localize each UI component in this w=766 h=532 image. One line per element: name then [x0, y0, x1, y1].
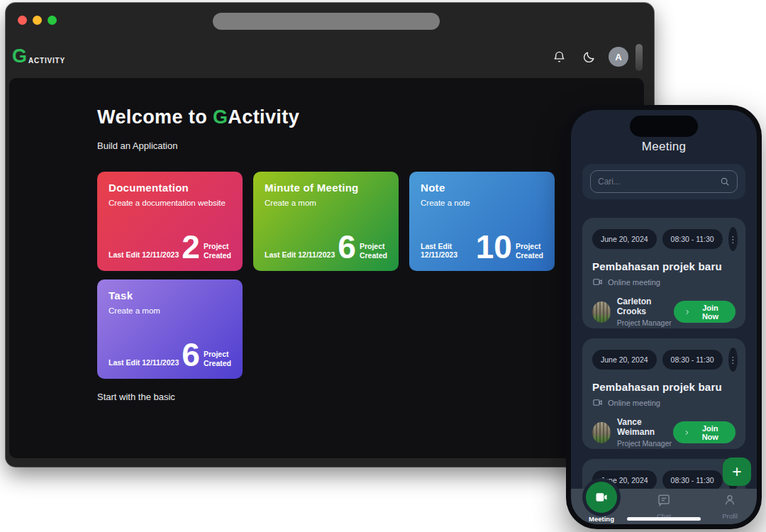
video-camera-icon	[594, 490, 609, 504]
card-count-label: Project Created	[516, 242, 543, 261]
card-title: Documentation	[109, 182, 231, 194]
card-title: Minute of Meeting	[265, 182, 387, 194]
nav-tab-chat[interactable]: Chat	[640, 493, 687, 520]
meeting-card: June 20, 2024 08:30 - 11:30 ⋮ Pembahasan…	[582, 218, 745, 328]
chat-icon	[640, 493, 687, 510]
meeting-date-chip: June 20, 2024	[592, 350, 657, 370]
address-bar-placeholder	[213, 13, 440, 30]
count-label-line2: Created	[204, 251, 231, 260]
app-logo: G ACTIVITY	[12, 47, 65, 66]
meeting-title: Pembahasan projek baru	[592, 260, 736, 272]
logo-g: G	[12, 47, 27, 66]
meeting-time-chip: 08:30 - 11:30	[662, 470, 723, 490]
nav-tab-meeting[interactable]: Meeting	[578, 482, 625, 523]
add-meeting-fab[interactable]: +	[723, 458, 751, 486]
phone-page-title: Meeting	[571, 140, 757, 154]
count-label-line2: Created	[360, 251, 387, 260]
home-indicator	[627, 517, 701, 521]
page-subtitle: Build an Application	[97, 140, 177, 151]
user-avatar[interactable]: A	[609, 47, 628, 67]
card-title: Task	[109, 289, 231, 301]
maximize-window-button[interactable]	[48, 16, 57, 25]
card-note[interactable]: Note Create a note Last Edit 12/11/2023 …	[409, 172, 555, 271]
meeting-type: Online meeting	[608, 399, 660, 407]
join-now-label: Join Now	[696, 304, 725, 321]
count-label-line2: Created	[204, 359, 231, 368]
meeting-time-chip: 08:30 - 11:30	[662, 350, 723, 370]
bell-icon	[553, 50, 566, 64]
chevron-right-icon	[684, 309, 690, 316]
kebab-menu-button[interactable]: ⋮	[728, 227, 738, 251]
meeting-type: Online meeting	[608, 278, 660, 287]
nav-label-meeting: Meeting	[578, 515, 625, 523]
footer-hint: Start with the basic	[97, 392, 175, 402]
close-window-button[interactable]	[18, 16, 27, 25]
search-container	[582, 164, 745, 199]
notifications-button[interactable]	[549, 47, 569, 67]
phone-mockup: Meeting June 20, 2024 08:30 - 11:30 ⋮ Pe…	[566, 105, 762, 529]
meeting-tab-active-circle	[586, 482, 617, 513]
card-last-edit: Last Edit 12/11/2023	[109, 358, 179, 369]
join-now-button[interactable]: Join Now	[674, 301, 736, 323]
dark-mode-toggle[interactable]	[579, 47, 599, 67]
card-minute-of-meeting[interactable]: Minute of Meeting Create a mom Last Edit…	[253, 172, 399, 271]
card-count: 6	[182, 342, 200, 369]
card-subtitle: Create a note	[421, 199, 543, 207]
window-controls	[18, 16, 57, 25]
person-name: Carleton Crooks	[617, 297, 674, 316]
card-subtitle: Create a mom	[265, 199, 387, 207]
nav-label-profil: Profil	[706, 512, 753, 520]
card-subtitle: Create a documentation website	[109, 199, 231, 207]
chevron-right-icon	[684, 429, 689, 436]
join-now-button[interactable]: Join Now	[673, 421, 736, 443]
profile-icon	[706, 493, 753, 510]
join-now-label: Join Now	[696, 424, 726, 441]
count-label-line1: Project	[204, 350, 231, 359]
phone-notch	[630, 116, 698, 137]
scrollbar-thumb[interactable]	[635, 44, 643, 71]
card-last-edit: Last Edit 12/11/2023	[109, 250, 179, 261]
app-window: G ACTIVITY A Welcome to GActivity Build …	[6, 3, 654, 467]
card-title: Note	[421, 182, 543, 194]
video-camera-icon	[592, 277, 603, 287]
video-camera-icon	[592, 397, 603, 408]
person-role: Project Manager	[617, 439, 673, 448]
person-role: Project Manager	[617, 318, 674, 327]
search-icon	[720, 177, 730, 187]
meeting-card: June 20, 2024 08:30 - 11:30 ⋮ Pembahasan…	[582, 338, 745, 449]
meeting-title: Pembahasan projek baru	[592, 381, 736, 393]
card-documentation[interactable]: Documentation Create a documentation web…	[97, 172, 243, 271]
meeting-time-chip: 08:30 - 11:30	[662, 229, 723, 249]
nav-tab-profil[interactable]: Profil	[706, 493, 753, 520]
welcome-prefix: Welcome to	[97, 106, 213, 128]
card-count-label: Project Created	[360, 242, 387, 261]
card-count-label: Project Created	[204, 242, 231, 261]
search-field[interactable]	[590, 170, 738, 193]
count-label-line2: Created	[516, 251, 543, 260]
logo-text: ACTIVITY	[28, 57, 65, 65]
count-label-line1: Project	[516, 242, 543, 251]
kebab-menu-button[interactable]: ⋮	[728, 348, 738, 372]
moon-icon	[582, 50, 596, 64]
card-count: 10	[476, 234, 512, 261]
card-subtitle: Create a mom	[109, 306, 231, 315]
minimize-window-button[interactable]	[33, 16, 42, 25]
main-content: Welcome to GActivity Build an Applicatio…	[9, 78, 644, 458]
card-last-edit: Last Edit 12/11/2023	[421, 242, 476, 261]
card-last-edit: Last Edit 12/11/2023	[265, 250, 335, 261]
search-input[interactable]	[598, 177, 720, 187]
welcome-brand-rest: Activity	[228, 106, 299, 128]
card-count: 2	[182, 234, 200, 261]
person-name: Vance Weimann	[617, 417, 673, 437]
count-label-line1: Project	[360, 242, 387, 251]
card-task[interactable]: Task Create a mom Last Edit 12/11/2023 6…	[97, 279, 243, 379]
count-label-line1: Project	[204, 242, 231, 251]
card-count: 6	[338, 234, 356, 261]
card-count-label: Project Created	[204, 350, 231, 369]
welcome-brand-g: G	[213, 106, 228, 128]
page-title: Welcome to GActivity	[97, 106, 299, 128]
phone-screen: Meeting June 20, 2024 08:30 - 11:30 ⋮ Pe…	[571, 110, 757, 524]
person-avatar	[592, 422, 611, 443]
person-avatar	[592, 301, 611, 323]
meeting-date-chip: June 20, 2024	[592, 229, 657, 249]
